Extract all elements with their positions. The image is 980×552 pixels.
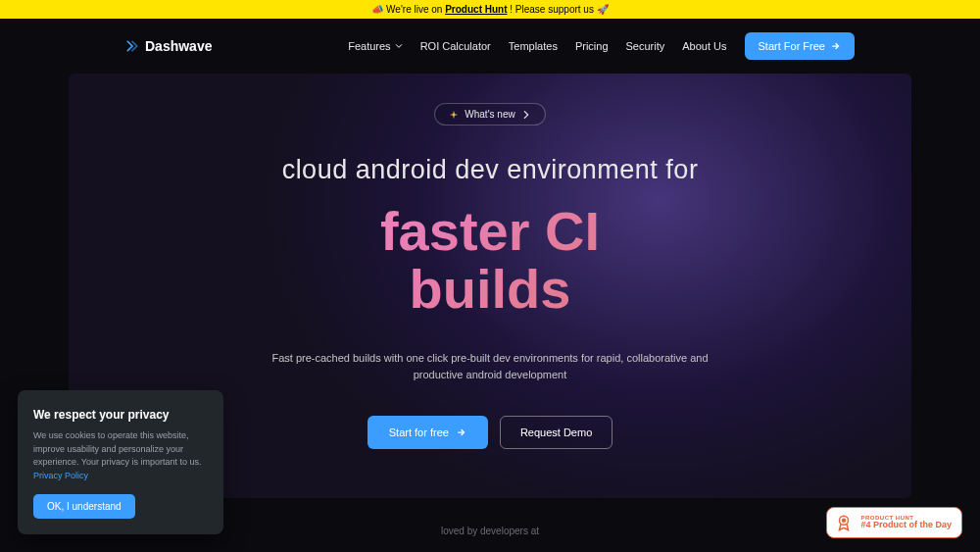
cookie-title: We respect your privacy xyxy=(33,408,208,422)
cookie-dialog: We respect your privacy We use cookies t… xyxy=(18,390,223,534)
cookie-accept-button[interactable]: OK, I understand xyxy=(33,494,135,519)
ph-rank: #4 Product of the Day xyxy=(860,521,952,530)
sparkle-icon xyxy=(449,110,459,120)
privacy-policy-link[interactable]: Privacy Policy xyxy=(33,471,88,480)
start-free-nav-button[interactable]: Start For Free xyxy=(745,32,855,60)
whats-new-pill[interactable]: What's new xyxy=(434,103,545,125)
chevron-right-icon xyxy=(521,110,531,120)
logo-icon xyxy=(125,39,139,53)
chevron-down-icon xyxy=(395,42,403,50)
announcement-banner: 📣 We're live on Product Hunt ! Please su… xyxy=(0,0,980,19)
nav-features[interactable]: Features xyxy=(348,40,402,52)
product-hunt-link[interactable]: Product Hunt xyxy=(445,4,507,15)
medal-icon xyxy=(835,514,853,531)
hero-subtext: Fast pre-cached builds with one click pr… xyxy=(255,350,725,384)
nav-links: Features ROI Calculator Templates Pricin… xyxy=(348,32,855,60)
cookie-body: We use cookies to operate this website, … xyxy=(33,429,208,482)
hero-big-text: faster CI builds xyxy=(108,203,872,319)
nav-pricing[interactable]: Pricing xyxy=(575,40,609,52)
start-free-hero-button[interactable]: Start for free xyxy=(368,416,488,449)
banner-pre: 📣 We're live on xyxy=(371,4,445,15)
svg-point-1 xyxy=(842,519,847,524)
arrow-right-icon xyxy=(831,41,841,51)
logo-text: Dashwave xyxy=(145,38,212,54)
nav-security[interactable]: Security xyxy=(626,40,665,52)
product-hunt-badge[interactable]: PRODUCT HUNT #4 Product of the Day xyxy=(826,507,962,538)
nav-about[interactable]: About Us xyxy=(682,40,726,52)
arrow-right-icon xyxy=(457,427,466,437)
hero-headline: cloud android dev environment for xyxy=(108,155,872,185)
nav-roi[interactable]: ROI Calculator xyxy=(420,40,491,52)
banner-post: ! Please support us 🚀 xyxy=(508,4,609,15)
request-demo-button[interactable]: Request Demo xyxy=(500,416,612,449)
navbar: Dashwave Features ROI Calculator Templat… xyxy=(0,19,980,74)
nav-templates[interactable]: Templates xyxy=(509,40,558,52)
logo[interactable]: Dashwave xyxy=(125,38,212,54)
